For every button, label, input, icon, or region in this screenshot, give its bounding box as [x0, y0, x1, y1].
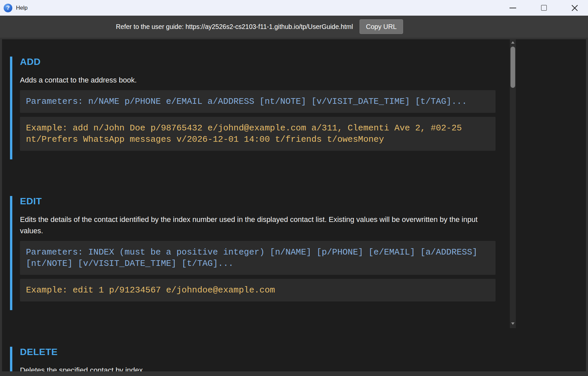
section-edit: EDIT Edits the details of the contact id…	[10, 196, 496, 310]
window-controls	[503, 0, 588, 16]
window-body: ADD Adds a contact to the address book. …	[0, 38, 588, 376]
section-delete-title: DELETE	[20, 347, 496, 357]
section-add-example: Example: add n/John Doe p/98765432 e/joh…	[20, 117, 496, 151]
help-scroll-content: ADD Adds a contact to the address book. …	[2, 39, 586, 371]
help-icon: ?	[4, 4, 12, 12]
maximize-button[interactable]	[533, 0, 554, 16]
minimize-icon	[510, 8, 516, 8]
window-title: Help	[16, 5, 28, 11]
user-guide-header: Refer to the user guide: https://ay2526s…	[0, 16, 588, 38]
section-add-parameters: Parameters: n/NAME p/PHONE e/EMAIL a/ADD…	[20, 90, 496, 113]
close-icon	[571, 4, 578, 12]
scrollbar-thumb[interactable]	[511, 47, 515, 88]
section-edit-title: EDIT	[20, 196, 496, 207]
user-guide-message: Refer to the user guide: https://ay2526s…	[116, 23, 353, 31]
copy-url-button[interactable]: Copy URL	[360, 19, 403, 34]
scroll-up-icon[interactable]	[511, 41, 514, 44]
window-titlebar: ? Help	[0, 0, 588, 16]
section-edit-description: Edits the details of the contact identif…	[20, 214, 486, 237]
section-edit-parameters: Parameters: INDEX (must be a positive in…	[20, 241, 496, 275]
section-delete: DELETE Deletes the specified contact by …	[10, 347, 496, 372]
section-add-title: ADD	[20, 57, 496, 67]
close-button[interactable]	[564, 0, 585, 16]
scroll-down-icon[interactable]	[511, 322, 514, 325]
section-add-description: Adds a contact to the address book.	[20, 75, 486, 86]
section-delete-description: Deletes the specified contact by index.	[20, 365, 486, 372]
help-content-panel: ADD Adds a contact to the address book. …	[2, 39, 586, 371]
section-edit-example: Example: edit 1 p/91234567 e/johndoe@exa…	[20, 279, 496, 301]
minimize-button[interactable]	[503, 0, 523, 16]
window-title-group: ? Help	[0, 4, 28, 12]
vertical-scrollbar[interactable]	[510, 39, 516, 328]
section-add: ADD Adds a contact to the address book. …	[10, 57, 496, 159]
maximize-icon	[541, 5, 547, 11]
